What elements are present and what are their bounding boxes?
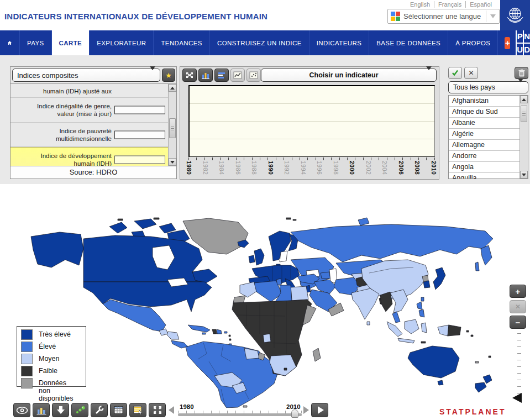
visibility-icon[interactable] [13,403,30,417]
lang-english[interactable]: English [406,1,434,8]
chart-panel: Choisir un indicateur 1980 1982 1984 198… [180,66,439,180]
legend-item: Élevé [21,342,86,352]
control-strip: Indices composites ★ humain (IDH) ajusté… [0,55,530,184]
timeline-thumb[interactable] [291,410,298,418]
data-table-icon[interactable] [110,403,127,417]
map-area: Très élevé Élevé Moyen Faible Données no… [0,184,530,420]
scroll-down-button[interactable] [169,158,176,166]
region-irlande [249,255,255,263]
timeline-step-forward[interactable] [303,406,309,414]
indicator-item-inegalite-genre[interactable]: Indice dinégalité de genre,valeur (mise … [11,98,168,123]
indicator-value-field[interactable] [114,156,165,164]
bar-chart-icon[interactable] [33,403,50,417]
favorites-button[interactable]: ★ [162,69,175,82]
scroll-down-button[interactable] [520,171,528,179]
deselect-all-button[interactable]: ✕ [464,67,478,79]
nav-tab-pays[interactable]: PAYS [20,30,52,55]
nav-tab-explorateur[interactable]: EXPLORATEUR [90,30,154,55]
language-selector[interactable]: Sélectionner une langue [387,9,500,24]
country-row[interactable]: Anguilla [449,173,519,179]
legend-swatch-faible [21,366,33,376]
lang-espanol[interactable]: Español [465,1,496,8]
nav-tab-a-propos[interactable]: À PROPOS [448,30,498,55]
select-all-button[interactable] [448,67,462,79]
check-icon [452,70,459,76]
settings-icon[interactable] [91,403,108,417]
pnud-letter: P [517,30,523,43]
category-dropdown-value: Indices composites [13,71,145,80]
region-scandinavie [269,231,291,261]
country-filter-value: Tous les pays [449,83,513,91]
indicator-select-dropdown[interactable]: Choisir un indicateur [261,69,437,82]
nav-tab-base-de-donnees[interactable]: BASE DE DONNÉES [369,30,448,55]
indicator-item-pauvrete[interactable]: Indice de pauvretémultidimensionnelle [11,123,168,147]
star-icon: ★ [165,71,172,80]
indicator-select-value: Choisir un indicateur [261,71,422,79]
clear-selection-button[interactable] [515,67,528,79]
region-sulawesi [421,323,427,333]
statplanet-logo: STATPLANET [439,407,506,416]
region-tasmanie [438,380,443,385]
nav-tab-tendances[interactable]: TENDANCES [154,30,210,55]
play-button[interactable] [311,403,328,417]
scroll-up-button[interactable] [520,96,528,103]
country-scrollbar[interactable] [519,96,528,179]
nav-home[interactable] [0,30,20,55]
country-filter-dropdown[interactable]: Tous les pays [448,81,528,93]
timeline-step-back[interactable] [169,406,174,414]
timeline-track[interactable] [178,413,302,416]
country-row[interactable]: Afrique du Sud [449,107,519,118]
indicator-item-idh-ajuste[interactable]: humain (IDH) ajusté aux [11,84,168,98]
zoom-slider-thumb[interactable] [512,393,522,403]
region-taiwan [421,297,424,301]
scatter-icon[interactable] [71,403,88,417]
lang-francais[interactable]: Français [434,1,465,8]
indicator-item-idh-selected[interactable]: Indice de développementhumain (IDH) i [11,147,168,166]
trend-chart-plot [188,85,435,157]
language-selector-arrow[interactable] [486,11,499,22]
x-axis-labels: 1980 1982 1984 1986 1988 1990 1992 1994 … [186,161,438,179]
indicator-value-field[interactable] [114,106,165,114]
scroll-up-button[interactable] [169,84,176,92]
nav-tab-indicateurs[interactable]: INDICATEURS [309,30,370,55]
region-egypte [291,286,308,301]
table-select-icon[interactable] [129,403,146,417]
world-choropleth-map[interactable] [27,217,508,408]
country-row[interactable]: Algérie [449,129,519,140]
country-row[interactable]: Afghanistan [449,96,519,107]
country-row[interactable]: Andorre [449,151,519,162]
zoom-in-button[interactable]: + [510,285,526,298]
share-plus-button[interactable]: + [505,37,510,49]
scatter-chart-icon[interactable] [246,69,261,82]
country-row[interactable]: Albanie [449,118,519,129]
region-inde [351,288,379,319]
country-row[interactable]: Angola [449,162,519,173]
indicator-scrollbar[interactable] [168,84,176,166]
region-papua-indonesie [438,325,449,336]
region-madagascar [313,348,321,361]
download-icon[interactable] [52,403,69,417]
fullscreen-icon[interactable] [149,403,166,417]
indicator-panel: Indices composites ★ humain (IDH) ajusté… [10,66,177,179]
scroll-thumb[interactable] [521,106,527,122]
hbar-chart-icon[interactable] [214,69,229,82]
nav-tab-carte[interactable]: CARTE [52,30,90,55]
region-costa-rica-panama [171,340,188,348]
legend-item: Très élevé [21,329,86,340]
line-chart-icon[interactable] [230,69,245,82]
region-kamtchatka [481,245,492,265]
column-chart-icon[interactable] [198,69,213,82]
nav-tab-construisez[interactable]: CONSTRUISEZ UN INDICE [210,30,309,55]
country-row[interactable]: Allemagne [449,140,519,151]
zoom-reset-button[interactable]: ✕ [510,300,526,313]
map-toolbar [13,403,166,417]
indicator-value-field[interactable] [114,130,165,139]
category-dropdown[interactable]: Indices composites [12,69,160,82]
map-legend: Très élevé Élevé Moyen Faible Données no… [17,326,86,387]
chevron-down-icon [518,78,523,92]
zoom-out-button[interactable]: − [510,316,526,329]
region-papouasie-ng [448,325,461,336]
resize-arrows-icon[interactable] [182,69,197,82]
pnud-letter: D [524,44,530,56]
scroll-thumb[interactable] [169,118,176,138]
